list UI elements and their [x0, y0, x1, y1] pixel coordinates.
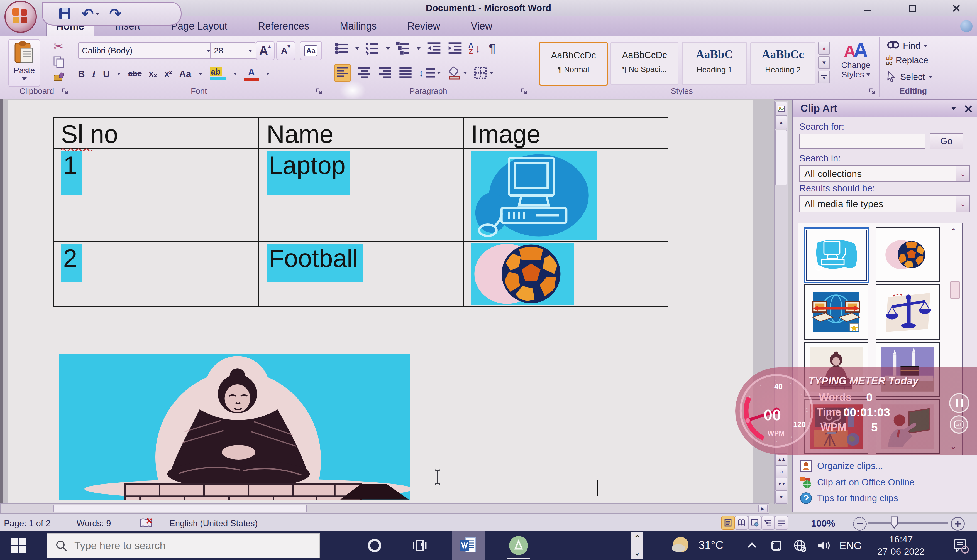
replace-button[interactable]: ab ac Replace: [886, 55, 928, 65]
zoom-level[interactable]: 100%: [811, 518, 835, 529]
justify-button[interactable]: [398, 66, 413, 80]
paragraph-dialog-launcher[interactable]: [520, 87, 528, 95]
help-icon[interactable]: [960, 20, 972, 32]
borders-button[interactable]: [473, 66, 493, 80]
clip-art-search-input[interactable]: [799, 133, 925, 148]
tab-mailings[interactable]: Mailings: [330, 16, 386, 36]
table-header-slno[interactable]: Sl no: [54, 118, 259, 149]
snip-tool-tray-icon[interactable]: [765, 531, 788, 560]
underline-dropdown-arrow[interactable]: [117, 73, 121, 75]
taskbar-search-input[interactable]: [74, 540, 298, 552]
font-size-field[interactable]: 28: [210, 42, 256, 59]
zoom-slider-track[interactable]: [868, 522, 948, 523]
taskbar-scroll-strip[interactable]: ⌃⌄: [631, 532, 643, 559]
table-header-name[interactable]: Name: [259, 118, 464, 149]
weather-icon[interactable]: [668, 531, 693, 560]
shrink-font-button[interactable]: A▾: [276, 41, 295, 60]
table-cell-row1-name[interactable]: Laptop: [259, 149, 464, 242]
grow-font-button[interactable]: A▴: [256, 41, 275, 60]
search-in-dropdown[interactable]: All collections ⌄: [799, 165, 970, 182]
restore-button[interactable]: [905, 2, 920, 15]
bold-button[interactable]: B: [78, 68, 85, 79]
minimize-button[interactable]: [860, 2, 875, 15]
start-button[interactable]: [5, 531, 32, 560]
pause-button[interactable]: [949, 393, 969, 413]
change-case-button[interactable]: Aa: [179, 68, 191, 79]
results-scroll-up-icon[interactable]: ⌃: [950, 227, 956, 236]
organize-clips-link[interactable]: Organize clips...: [817, 461, 883, 471]
close-button[interactable]: [949, 2, 964, 15]
full-screen-reading-view-button[interactable]: [735, 516, 748, 530]
office-online-link[interactable]: Clip art on Office Online: [817, 477, 915, 488]
change-case-dropdown-arrow[interactable]: [199, 73, 202, 75]
font-dialog-launcher[interactable]: [315, 87, 323, 95]
table-cell-row1-no[interactable]: 1: [54, 149, 259, 242]
thumbnail-justice-scales[interactable]: [876, 285, 940, 340]
thumbnail-network-computers[interactable]: [804, 285, 868, 340]
undo-button[interactable]: ↶: [82, 5, 99, 22]
proofing-status-icon[interactable]: [139, 517, 153, 529]
go-button[interactable]: Go: [930, 133, 963, 149]
pane-menu-arrow-icon[interactable]: [951, 107, 956, 110]
scroll-down-button[interactable]: ▼: [775, 490, 787, 504]
bullets-dropdown-arrow[interactable]: [356, 47, 359, 50]
table-header-image[interactable]: Image: [464, 118, 668, 149]
scroll-right-button[interactable]: ▶: [758, 505, 768, 512]
numbering-button[interactable]: [365, 41, 381, 56]
tray-expand-icon[interactable]: [741, 531, 763, 560]
bullets-button[interactable]: [334, 41, 350, 56]
table-cell-row2-image[interactable]: [464, 242, 668, 307]
style-heading2[interactable]: AaBbCc Heading 2: [750, 42, 815, 85]
style-normal[interactable]: AaBbCcDc ¶ Normal: [539, 42, 608, 86]
print-layout-view-button[interactable]: [721, 516, 735, 530]
tab-references[interactable]: References: [249, 16, 319, 36]
office-button[interactable]: [5, 0, 37, 33]
decrease-indent-button[interactable]: [426, 41, 442, 56]
green-app-button[interactable]: [504, 531, 533, 560]
superscript-button[interactable]: x²: [165, 69, 172, 78]
style-heading1[interactable]: AaBbC Heading 1: [682, 42, 747, 85]
multilevel-dropdown-arrow[interactable]: [417, 47, 421, 50]
word-taskbar-button[interactable]: [452, 531, 484, 560]
language-indicator[interactable]: English (United States): [169, 518, 257, 528]
copy-icon[interactable]: [52, 56, 66, 68]
style-no-spacing[interactable]: AaBbCcDc ¶ No Spaci...: [611, 42, 678, 85]
font-name-field[interactable]: Calibri (Body): [78, 42, 214, 59]
numbering-dropdown-arrow[interactable]: [386, 47, 390, 50]
select-browse-object-button[interactable]: ○: [775, 465, 787, 478]
thumbnail-computer[interactable]: [804, 227, 870, 283]
previous-page-button[interactable]: ▲▲: [775, 453, 787, 466]
laptop-clipart[interactable]: [471, 150, 597, 240]
network-tray-icon[interactable]: [789, 531, 811, 560]
word-count[interactable]: Words: 9: [77, 518, 111, 528]
football-clipart[interactable]: [471, 243, 574, 305]
multilevel-list-button[interactable]: [396, 41, 411, 56]
tab-view[interactable]: View: [461, 16, 502, 36]
line-spacing-button[interactable]: ↕: [419, 66, 441, 80]
styles-dialog-launcher[interactable]: [868, 87, 876, 95]
subscript-button[interactable]: x₂: [149, 69, 157, 78]
sort-button[interactable]: A Z: [468, 42, 473, 54]
styles-scroll-down[interactable]: ▼: [818, 56, 830, 69]
vertical-scroll-thumb[interactable]: [775, 130, 787, 185]
temperature[interactable]: 31°C: [698, 539, 723, 552]
paste-dropdown-arrow[interactable]: [22, 77, 27, 80]
scroll-up-button[interactable]: ▲: [775, 116, 787, 129]
pane-close-icon[interactable]: [964, 104, 973, 113]
show-marks-button[interactable]: ¶: [489, 42, 496, 55]
save-icon[interactable]: [58, 7, 72, 20]
document-page[interactable]: Sl no Name Image 1 Laptop: [8, 100, 753, 503]
taskbar-search[interactable]: [47, 533, 320, 558]
outline-view-button[interactable]: [762, 516, 775, 530]
stats-button[interactable]: [950, 415, 968, 433]
tab-review[interactable]: Review: [398, 16, 449, 36]
text-highlight-button[interactable]: ab: [210, 67, 226, 80]
styles-scroll-up[interactable]: ▲: [818, 42, 830, 55]
italic-button[interactable]: I: [92, 68, 96, 79]
tips-link[interactable]: Tips for finding clips: [817, 493, 898, 503]
clipboard-dialog-launcher[interactable]: [61, 87, 69, 95]
clear-formatting-button[interactable]: Aa: [300, 41, 322, 60]
strikethrough-button[interactable]: abc: [128, 69, 142, 78]
buddha-image[interactable]: [59, 354, 410, 500]
shading-button[interactable]: [447, 66, 467, 80]
